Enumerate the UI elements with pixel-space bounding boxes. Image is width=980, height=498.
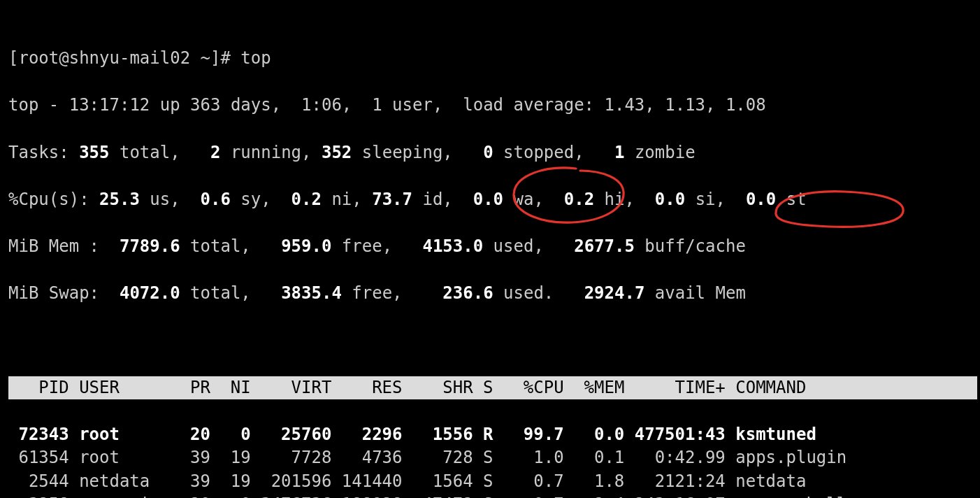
cell-cmd: ksmtuned — [726, 423, 877, 447]
cell-user: root — [79, 423, 170, 447]
col-cpu[interactable]: %CPU — [503, 376, 564, 400]
top-tasks-line: Tasks: 355 total, 2 running, 352 sleepin… — [8, 141, 977, 165]
process-table-body: 72343root2002576022961556R99.70.0477501:… — [8, 423, 977, 498]
cell-cpu: 0.7 — [503, 470, 564, 494]
cell-shr: 1556 — [402, 423, 473, 447]
cell-cmd: gnome-shell — [726, 493, 877, 498]
cell-user: gnome-i+ — [79, 493, 170, 498]
col-time[interactable]: TIME+ — [624, 376, 725, 400]
col-pr[interactable]: PR — [170, 376, 210, 400]
col-pid[interactable]: PID — [8, 376, 69, 400]
cell-time: 243:16.97 — [624, 493, 725, 498]
cell-user: root — [79, 446, 170, 470]
cell-virt: 7728 — [251, 446, 332, 470]
terminal-screen[interactable]: [root@shnyu-mail02 ~]# top top - 13:17:1… — [0, 0, 980, 498]
cell-user: netdata — [79, 470, 170, 494]
cell-cpu: 0.7 — [503, 493, 564, 498]
cell-res: 188928 — [331, 493, 402, 498]
process-table-header[interactable]: PIDUSERPRNIVIRTRESSHRS%CPU%MEMTIME+COMMA… — [8, 376, 977, 400]
cell-cpu: 1.0 — [503, 446, 564, 470]
cell-mem: 2.4 — [564, 493, 625, 498]
cell-pid: 3258 — [8, 493, 69, 498]
table-row: 2544netdata39192015961414401564S0.71.821… — [8, 470, 977, 494]
cell-s: S — [483, 493, 503, 498]
cell-ni: 19 — [210, 470, 251, 494]
col-s[interactable]: S — [483, 376, 503, 400]
top-swap-line: MiB Swap: 4072.0 total, 3835.4 free, 236… — [8, 282, 977, 306]
shell-prompt-line: [root@shnyu-mail02 ~]# top — [8, 47, 977, 71]
cell-pr: 20 — [170, 423, 210, 447]
col-virt[interactable]: VIRT — [251, 376, 332, 400]
blank-line — [8, 329, 977, 353]
cell-mem: 0.1 — [564, 446, 625, 470]
table-row: 3258gnome-i+200347673618892847472S0.72.4… — [8, 493, 977, 498]
cell-s: S — [483, 446, 503, 470]
cell-shr: 47472 — [402, 493, 473, 498]
cell-pid: 2544 — [8, 470, 69, 494]
col-res[interactable]: RES — [331, 376, 402, 400]
cell-shr: 1564 — [402, 470, 473, 494]
col-mem[interactable]: %MEM — [564, 376, 625, 400]
cell-time: 2121:24 — [624, 470, 725, 494]
top-cpu-line: %Cpu(s): 25.3 us, 0.6 sy, 0.2 ni, 73.7 i… — [8, 188, 977, 212]
top-mem-line: MiB Mem : 7789.6 total, 959.0 free, 4153… — [8, 235, 977, 259]
cell-pid: 61354 — [8, 446, 69, 470]
cell-time: 0:42.99 — [624, 446, 725, 470]
cell-pid: 72343 — [8, 423, 69, 447]
cell-pr: 39 — [170, 470, 210, 494]
cell-cpu: 99.7 — [503, 423, 564, 447]
cell-ni: 19 — [210, 446, 251, 470]
cell-pr: 20 — [170, 493, 210, 498]
cell-res: 4736 — [331, 446, 402, 470]
cell-virt: 3476736 — [251, 493, 332, 498]
cell-ni: 0 — [210, 423, 251, 447]
top-summary-line1: top - 13:17:12 up 363 days, 1:06, 1 user… — [8, 94, 977, 118]
cell-cmd: apps.plugin — [726, 446, 877, 470]
table-row: 72343root2002576022961556R99.70.0477501:… — [8, 423, 977, 447]
cell-virt: 25760 — [251, 423, 332, 447]
cell-res: 141440 — [331, 470, 402, 494]
cell-cmd: netdata — [726, 470, 877, 494]
cell-virt: 201596 — [251, 470, 332, 494]
cell-res: 2296 — [331, 423, 402, 447]
cell-mem: 0.0 — [564, 423, 625, 447]
table-row: 61354root391977284736728S1.00.10:42.99ap… — [8, 446, 977, 470]
cell-pr: 39 — [170, 446, 210, 470]
cell-s: S — [483, 470, 503, 494]
cell-mem: 1.8 — [564, 470, 625, 494]
cell-s: R — [483, 423, 503, 447]
col-user[interactable]: USER — [79, 376, 170, 400]
cell-time: 477501:43 — [624, 423, 725, 447]
col-shr[interactable]: SHR — [402, 376, 473, 400]
col-cmd[interactable]: COMMAND — [726, 376, 877, 400]
col-ni[interactable]: NI — [210, 376, 251, 400]
cell-ni: 0 — [210, 493, 251, 498]
cell-shr: 728 — [402, 446, 473, 470]
